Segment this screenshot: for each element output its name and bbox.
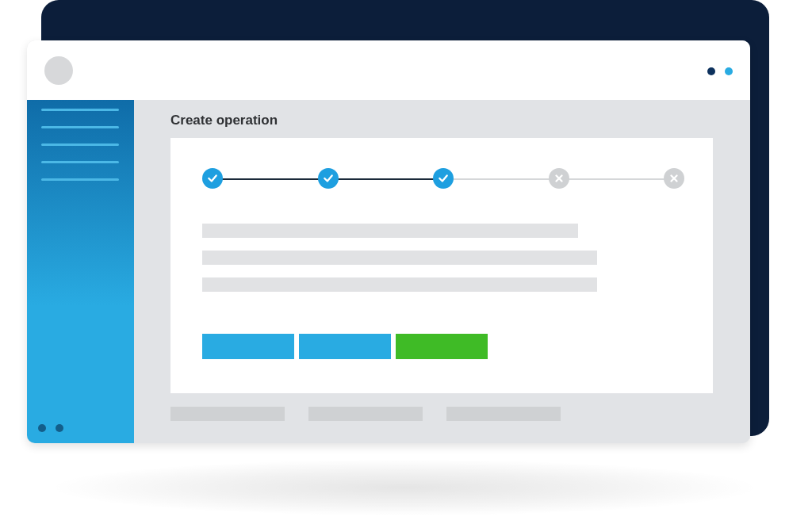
step-1[interactable] — [202, 168, 223, 189]
sidebar-item[interactable] — [41, 178, 119, 181]
placeholder-line — [202, 224, 578, 238]
placeholder-line — [202, 251, 597, 265]
sidebar-footer-dots — [38, 424, 63, 432]
action-buttons — [202, 334, 488, 359]
check-icon — [207, 173, 218, 184]
primary-button-2[interactable] — [299, 334, 391, 359]
form-placeholder-lines — [202, 224, 597, 304]
confirm-button[interactable] — [396, 334, 488, 359]
titlebar-status-dots — [707, 67, 733, 75]
step-2[interactable] — [318, 168, 339, 189]
status-dot-blue — [725, 67, 733, 75]
sidebar-item[interactable] — [41, 109, 119, 111]
titlebar — [27, 40, 750, 100]
status-dot-dark — [707, 67, 715, 75]
close-icon — [668, 173, 680, 184]
summary-block — [446, 407, 561, 421]
sidebar — [27, 100, 134, 443]
page-title: Create operation — [170, 113, 278, 128]
summary-block — [170, 407, 285, 421]
step-3[interactable] — [433, 168, 454, 189]
form-card — [170, 138, 713, 393]
sidebar-dot — [38, 424, 46, 432]
floor-shadow — [56, 460, 753, 515]
sidebar-item[interactable] — [41, 161, 119, 163]
sidebar-item[interactable] — [41, 126, 119, 128]
step-5[interactable] — [664, 168, 684, 189]
avatar[interactable] — [44, 56, 73, 85]
main-content: Create operation — [134, 100, 750, 443]
browser-window: Create operation — [27, 40, 750, 443]
placeholder-line — [202, 277, 597, 292]
sidebar-nav — [41, 109, 119, 196]
check-icon — [323, 173, 334, 184]
summary-block — [308, 407, 423, 421]
progress-stepper — [202, 168, 684, 190]
summary-row — [170, 407, 561, 421]
primary-button-1[interactable] — [202, 334, 294, 359]
sidebar-dot — [56, 424, 63, 432]
check-icon — [438, 173, 449, 184]
step-4[interactable] — [549, 168, 569, 189]
close-icon — [553, 173, 565, 184]
sidebar-item[interactable] — [41, 143, 119, 146]
